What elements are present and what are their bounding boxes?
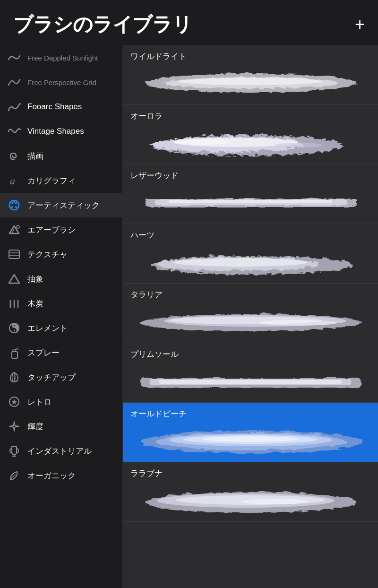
sidebar-item-free-dappled[interactable]: Free Dappled Sunlight bbox=[0, 45, 122, 70]
svg-point-19 bbox=[14, 330, 15, 331]
sidebar: Free Dappled Sunlight Free Perspective G… bbox=[0, 45, 123, 588]
sidebar-label-luminance: 輝度 bbox=[27, 421, 43, 432]
sidebar-label-industrial: インダストリアル bbox=[27, 446, 92, 457]
svg-point-37 bbox=[275, 143, 323, 147]
brush-preview-wild-light bbox=[130, 66, 370, 99]
sidebar-label-free-perspective: Free Perspective Grid bbox=[27, 78, 96, 86]
bars-icon bbox=[7, 296, 22, 311]
brush-preview-leather-wood bbox=[130, 185, 370, 218]
svg-point-6 bbox=[13, 201, 15, 203]
mountain-icon bbox=[7, 222, 22, 237]
sidebar-item-retro[interactable]: レトロ bbox=[0, 389, 122, 414]
sidebar-item-drawing[interactable]: 描画 bbox=[0, 144, 122, 168]
svg-rect-20 bbox=[12, 352, 17, 358]
svg-point-9 bbox=[17, 225, 19, 228]
svg-marker-27 bbox=[11, 399, 17, 405]
brush-preview-larabna bbox=[130, 483, 370, 516]
spray-can-icon bbox=[7, 345, 22, 360]
brush-item-leather-wood[interactable]: レザーウッド bbox=[123, 164, 378, 224]
brush-preview-aurora bbox=[130, 125, 370, 158]
a-italic-icon: a bbox=[7, 173, 22, 188]
leaf-icon bbox=[7, 468, 22, 483]
brush-name-larabna: ララブナ bbox=[130, 468, 370, 479]
svg-point-43 bbox=[173, 258, 308, 267]
brush-name-aurora: オーロラ bbox=[130, 111, 370, 121]
sidebar-item-texture[interactable]: テクスチャ bbox=[0, 242, 122, 267]
svg-point-36 bbox=[173, 139, 231, 145]
sidebar-item-charcoal[interactable]: 木炭 bbox=[0, 291, 122, 316]
sidebar-item-artistic[interactable]: アーティスティック bbox=[0, 193, 122, 217]
header: ブラシのライブラリ + bbox=[0, 0, 378, 45]
wave4-icon bbox=[7, 124, 22, 139]
spiral-icon bbox=[7, 148, 22, 164]
sidebar-label-artistic: アーティスティック bbox=[27, 200, 100, 211]
wave2-icon bbox=[7, 75, 22, 90]
sidebar-item-airbrush[interactable]: エアーブラシ bbox=[0, 217, 122, 242]
palette-icon bbox=[7, 198, 22, 213]
sidebar-item-calligraphy[interactable]: a カリグラフィ bbox=[0, 168, 122, 193]
svg-point-3 bbox=[15, 202, 17, 204]
svg-marker-13 bbox=[9, 275, 19, 283]
wave3-icon bbox=[7, 99, 22, 114]
sidebar-label-organic: オーガニック bbox=[27, 470, 76, 481]
sidebar-label-calligraphy: カリグラフィ bbox=[27, 175, 76, 186]
svg-point-2 bbox=[11, 202, 13, 204]
brush-item-aurora[interactable]: オーロラ bbox=[123, 105, 378, 164]
svg-point-47 bbox=[260, 320, 337, 326]
brush-item-old-beach[interactable]: オールドビーチ bbox=[123, 403, 378, 462]
sidebar-item-vintage[interactable]: Vintage Shapes bbox=[0, 119, 122, 144]
svg-point-24 bbox=[18, 349, 19, 350]
sidebar-label-abstract: 抽象 bbox=[27, 274, 43, 285]
sidebar-label-charcoal: 木炭 bbox=[27, 298, 43, 309]
svg-marker-7 bbox=[9, 226, 19, 233]
svg-point-18 bbox=[14, 325, 15, 327]
brush-item-wild-light[interactable]: ワイルドライト bbox=[123, 45, 378, 105]
trophy-icon bbox=[7, 443, 22, 458]
brush-item-larabna[interactable]: ララブナ bbox=[123, 462, 378, 522]
wave-icon bbox=[7, 50, 22, 65]
sidebar-item-element[interactable]: エレメント bbox=[0, 316, 122, 340]
sidebar-label-element: エレメント bbox=[27, 323, 68, 334]
brush-preview-primsol bbox=[130, 363, 370, 397]
svg-text:a: a bbox=[10, 175, 15, 187]
sidebar-item-free-perspective[interactable]: Free Perspective Grid bbox=[0, 70, 122, 95]
sidebar-item-fooarc[interactable]: Fooarc Shapes bbox=[0, 95, 122, 119]
brush-item-hearts[interactable]: ハーツ bbox=[123, 224, 378, 284]
svg-rect-40 bbox=[169, 200, 332, 203]
brush-preview-old-beach bbox=[130, 423, 370, 456]
sidebar-label-drawing: 描画 bbox=[27, 151, 43, 162]
star-circle-icon bbox=[7, 394, 22, 409]
brush-name-hearts: ハーツ bbox=[130, 230, 370, 241]
sidebar-item-abstract[interactable]: 抽象 bbox=[0, 267, 122, 291]
brush-name-old-beach: オールドビーチ bbox=[130, 408, 370, 419]
add-button[interactable]: + bbox=[355, 16, 365, 33]
svg-rect-10 bbox=[9, 250, 19, 259]
svg-point-23 bbox=[17, 347, 18, 348]
sidebar-item-spray[interactable]: スプレー bbox=[0, 340, 122, 365]
triangle-icon bbox=[7, 271, 22, 286]
sidebar-item-organic[interactable]: オーガニック bbox=[0, 463, 122, 488]
sidebar-label-texture: テクスチャ bbox=[27, 249, 68, 260]
sidebar-item-luminance[interactable]: 輝度 bbox=[0, 414, 122, 439]
sidebar-label-spray: スプレー bbox=[27, 347, 60, 358]
brush-list: ワイルドライト オーロラ bbox=[123, 45, 378, 588]
brush-name-primsol: プリムソール bbox=[130, 349, 370, 360]
main-content: Free Dappled Sunlight Free Perspective G… bbox=[0, 45, 378, 588]
svg-point-5 bbox=[15, 206, 17, 208]
sidebar-item-industrial[interactable]: インダストリアル bbox=[0, 439, 122, 463]
svg-point-59 bbox=[241, 499, 308, 504]
svg-point-32 bbox=[179, 78, 323, 85]
sidebar-label-vintage: Vintage Shapes bbox=[27, 127, 84, 136]
brush-item-tararia[interactable]: タラリア bbox=[123, 284, 378, 343]
brush-name-tararia: タラリア bbox=[130, 289, 370, 300]
sidebar-label-free-dappled: Free Dappled Sunlight bbox=[27, 54, 98, 62]
sidebar-item-touchup[interactable]: タッチアップ bbox=[0, 365, 122, 389]
brush-preview-hearts bbox=[130, 244, 370, 277]
sparkle-icon bbox=[7, 419, 22, 434]
sidebar-label-airbrush: エアーブラシ bbox=[27, 225, 76, 235]
page-title: ブラシのライブラリ bbox=[13, 11, 192, 38]
svg-point-55 bbox=[202, 436, 298, 442]
brush-item-primsol[interactable]: プリムソール bbox=[123, 343, 378, 403]
shell-icon bbox=[7, 370, 22, 385]
yin-yang-icon bbox=[7, 320, 22, 336]
